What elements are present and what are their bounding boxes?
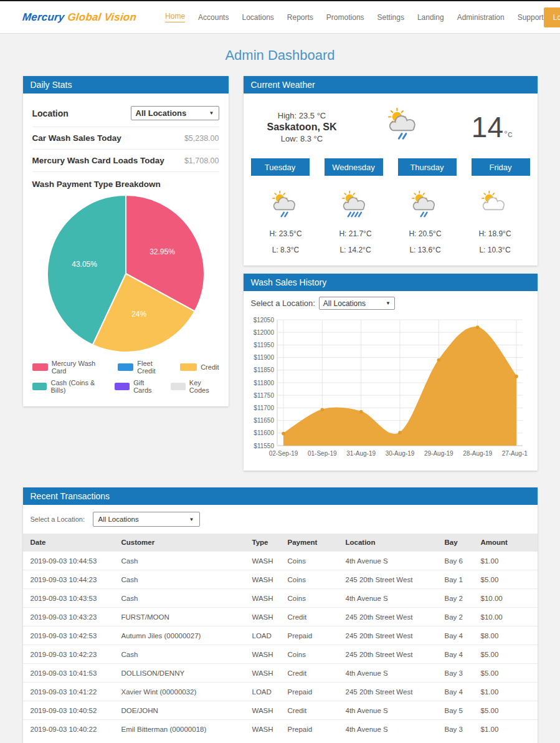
nav-item-home[interactable]: Home — [165, 12, 185, 22]
table-cell: Xavier Wint (00000032) — [114, 683, 245, 701]
table-cell: Bay 4 — [437, 683, 473, 701]
table-cell: Credit — [280, 608, 338, 626]
forecast-low: L: 10.3°C — [460, 246, 530, 254]
legend-label: Key Codes — [189, 379, 219, 394]
legend-label: Gift Cards — [133, 379, 161, 394]
svg-text:$11800: $11800 — [254, 380, 274, 386]
transactions-location-label: Select a Location: — [31, 515, 93, 523]
forecast-day-button-friday[interactable]: Friday — [472, 158, 530, 176]
legend-label: Cash (Coins & Bills) — [50, 379, 105, 394]
svg-text:$12050: $12050 — [253, 317, 274, 324]
sales-location-select-value: All Locations — [323, 299, 366, 308]
table-row: 2019-09-03 10:44:53CashWASHCoins4th Aven… — [23, 552, 538, 570]
table-cell: WASH — [245, 720, 280, 739]
table-cell: FURST/MOON — [114, 608, 245, 626]
chevron-down-icon: ▼ — [386, 300, 391, 306]
table-cell: Credit — [280, 701, 338, 720]
table-cell: WASH — [245, 701, 280, 720]
forecast-high: H: 21.7°C — [321, 229, 391, 238]
nav-item-settings[interactable]: Settings — [377, 13, 404, 22]
table-cell: 245 20th Street West — [338, 570, 437, 589]
table-cell: 2019-09-03 10:41:53 — [23, 664, 114, 683]
daily-location-select[interactable]: All Locations ▼ — [131, 106, 219, 120]
chevron-down-icon: ▼ — [189, 517, 194, 522]
transactions-location-select-value: All Locations — [98, 515, 139, 523]
svg-text:31-Aug-19: 31-Aug-19 — [346, 450, 376, 457]
table-cell: Bay 2 — [437, 608, 473, 626]
sun-rain-cloud-icon — [385, 108, 424, 146]
nav-item-support[interactable]: Support — [518, 13, 544, 22]
table-cell: 4th Avenue S — [338, 552, 437, 570]
table-row: 2019-09-03 10:43:53CashWASHCoins4th Aven… — [23, 589, 538, 608]
svg-text:30-Aug-19: 30-Aug-19 — [385, 450, 414, 457]
sales-chart: $11550$11600$11650$11700$11750$11800$118… — [249, 315, 528, 462]
breakdown-title: Wash Payment Type Breakdown — [32, 180, 219, 189]
current-high: High: 23.5 °C — [267, 111, 337, 120]
svg-text:28-Aug-19: 28-Aug-19 — [463, 450, 492, 457]
nav-item-locations[interactable]: Locations — [242, 13, 273, 22]
table-cell: 2019-09-03 10:44:53 — [23, 552, 114, 570]
stat-value: $5,238.00 — [184, 134, 219, 143]
forecast-cell-wednesday: H: 21.7°C L: 14.2°C — [321, 185, 391, 254]
table-cell: 2019-09-03 10:41:22 — [23, 683, 114, 701]
page-title: Admin Dashboard — [23, 47, 538, 64]
table-row: 2019-09-03 10:40:52DOE/JOHNWASHCredit4th… — [23, 701, 538, 720]
sun-rain-cloud-icon — [391, 188, 460, 223]
forecast-day-button-wednesday[interactable]: Wednesday — [325, 158, 383, 176]
table-cell: Prepaid — [280, 626, 338, 645]
weather-header: Current Weather — [244, 76, 538, 93]
brand-logo[interactable]: Mercury Global Vision — [22, 11, 137, 24]
table-cell: Bay 5 — [437, 701, 473, 720]
table-cell: 2019-09-03 10:42:23 — [23, 645, 114, 664]
sales-history-header: Wash Sales History — [244, 274, 538, 291]
top-navbar: Mercury Global Vision HomeAccountsLocati… — [0, 1, 560, 34]
svg-text:02-Sep-19: 02-Sep-19 — [268, 450, 298, 457]
table-cell: LOAD — [245, 626, 280, 645]
sales-location-select[interactable]: All Locations ▼ — [319, 297, 395, 310]
legend-swatch — [115, 383, 130, 390]
forecast-day-button-tuesday[interactable]: Tuesday — [251, 158, 310, 176]
table-row: 2019-09-03 10:41:22Xavier Wint (00000032… — [23, 683, 538, 701]
forecast-day-button-thursday[interactable]: Thursday — [398, 158, 457, 176]
table-cell: WASH — [245, 645, 280, 664]
svg-text:$11550: $11550 — [254, 443, 274, 449]
nav-item-accounts[interactable]: Accounts — [198, 13, 229, 22]
table-cell: $5.00 — [473, 645, 538, 664]
table-cell: Coins — [280, 570, 338, 589]
sun-rain-cloud-icon — [251, 188, 321, 223]
table-cell: Bay 4 — [437, 626, 473, 645]
table-cell: 4th Avenue S — [338, 664, 437, 683]
table-cell: $10.00 — [473, 589, 538, 608]
svg-text:01-Sep-19: 01-Sep-19 — [307, 450, 336, 457]
table-cell: $5.00 — [473, 570, 538, 589]
table-cell: Credit — [280, 664, 338, 683]
table-row: 2019-09-03 10:41:53DOLLISON/DENNYWASHCre… — [23, 664, 538, 683]
table-cell: Autumn Jiles (00000027) — [114, 626, 245, 645]
table-cell: $1.00 — [473, 552, 538, 570]
table-cell: WASH — [245, 589, 280, 608]
transactions-location-select[interactable]: All Locations ▼ — [93, 512, 200, 527]
svg-text:27-Aug-19: 27-Aug-19 — [501, 450, 527, 457]
svg-text:$11850: $11850 — [254, 367, 274, 373]
transactions-header: Recent Transactions — [23, 487, 538, 505]
svg-text:43.05%: 43.05% — [72, 260, 97, 269]
stat-value: $1,708.00 — [184, 156, 219, 165]
current-temp-value: 14 — [472, 113, 503, 141]
legend-item: Fleet Credit — [118, 360, 170, 375]
nav-item-reports[interactable]: Reports — [287, 13, 313, 22]
table-cell: 2019-09-03 10:40:52 — [23, 701, 114, 720]
forecast-cell-tuesday: H: 23.5°C L: 8.3°C — [251, 185, 321, 254]
nav-item-administration[interactable]: Administration — [457, 13, 505, 22]
column-header-bay: Bay — [437, 534, 473, 552]
current-temp-unit: °c — [504, 129, 513, 138]
nav-item-promotions[interactable]: Promotions — [326, 13, 364, 22]
svg-text:$11650: $11650 — [254, 417, 274, 424]
table-row: 2019-09-03 10:43:23FURST/MOONWASHCredit2… — [23, 608, 538, 626]
logout-button[interactable]: Logout — [544, 7, 560, 27]
nav-item-landing[interactable]: Landing — [417, 13, 444, 22]
table-cell: Bay 1 — [437, 570, 473, 589]
nav-menu: HomeAccountsLocationsReportsPromotionsSe… — [165, 12, 544, 22]
table-cell: 245 20th Street West — [338, 626, 437, 645]
table-cell: 2019-09-03 10:43:23 — [23, 608, 114, 626]
legend-item: Key Codes — [171, 379, 219, 394]
